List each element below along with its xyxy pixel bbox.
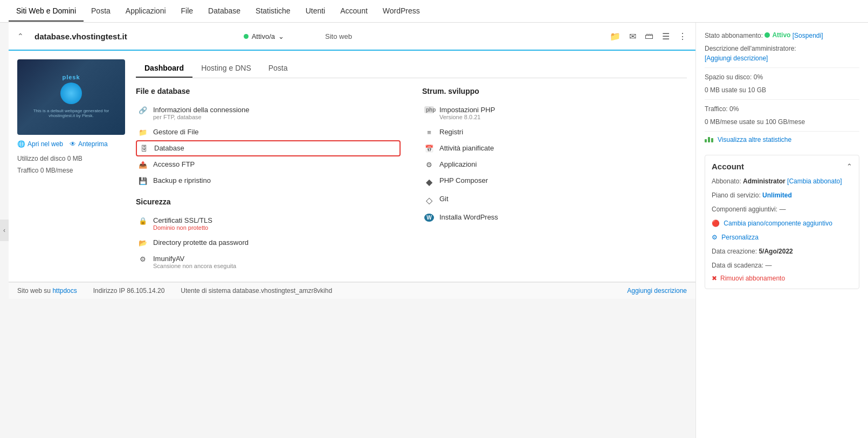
item-imunify[interactable]: ⚙ ImunifyAV Scansione non ancora eseguit… — [136, 251, 401, 273]
item-attivita[interactable]: 📅 Attività pianificate — [422, 140, 687, 156]
site-label: Sito web — [325, 32, 352, 40]
nav-posta[interactable]: Posta — [84, 1, 118, 22]
item-git[interactable]: ◇ Git — [422, 191, 687, 209]
status-label: Attivo/a — [252, 32, 275, 40]
domain-status[interactable]: Attivo/a ⌄ — [244, 32, 284, 40]
preview-section: plesk This is a default webpage generate… — [17, 59, 125, 273]
open-web-link[interactable]: 🌐 Apri nel web — [17, 140, 63, 148]
rimuovi-abbonamento[interactable]: ✖ Rimuovi abbonamento — [712, 275, 852, 282]
account-title: Account — [712, 162, 744, 171]
composer-icon: ◆ — [424, 177, 434, 187]
componenti-row: Componenti aggiuntivi: — — [712, 204, 852, 214]
httpdocs-link[interactable]: httpdocs — [52, 287, 77, 295]
item-php[interactable]: php Impostazioni PHP Versione 8.0.21 — [422, 102, 687, 124]
item-registri[interactable]: ≡ Registri — [422, 124, 687, 140]
disk-usage: Utilizzo del disco 0 MB — [17, 153, 125, 165]
item-gestore-file[interactable]: 📁 Gestore di File — [136, 124, 401, 140]
nav-siti-web[interactable]: Siti Web e Domini — [9, 1, 84, 22]
dashboard-tabs: Dashboard Hosting e DNS Posta — [136, 59, 687, 78]
domain-header: ⌃ database.vhostingtest.it Attivo/a ⌄ Si… — [9, 23, 695, 51]
aggiungi-descrizione[interactable]: Aggiungi descrizione — [627, 287, 687, 295]
sospendi-link[interactable]: [Sospendi] — [793, 32, 823, 39]
nav-wordpress[interactable]: WordPress — [375, 1, 428, 22]
piano-link[interactable]: Unlimited — [762, 191, 792, 199]
item-gestore-text: Gestore di File — [153, 128, 199, 136]
item-composer[interactable]: ◆ PHP Composer — [422, 173, 687, 191]
account-chevron[interactable]: ⌃ — [846, 162, 852, 170]
footer-user: Utente di sistema database.vhostingtest_… — [181, 287, 332, 295]
domain-body: plesk This is a default webpage generate… — [9, 51, 695, 282]
protected-folder-icon: 📂 — [138, 239, 148, 247]
tab-posta[interactable]: Posta — [260, 59, 297, 78]
cambia-piano-icon: 🔴 — [712, 220, 720, 227]
preview-circle — [60, 83, 82, 104]
top-navigation: Siti Web e Domini Posta Applicazioni Fil… — [0, 0, 868, 23]
personalizza-link[interactable]: Personalizza — [721, 234, 759, 241]
domain-title: database.vhostingtest.it — [35, 32, 127, 41]
item-database-text: Database — [154, 144, 184, 152]
item-database[interactable]: 🗄 Database — [136, 140, 401, 156]
item-ftp-text: Accesso FTP — [153, 160, 195, 168]
right-sidebar: Stato abbonamento: Attivo [Sospendi] Des… — [695, 23, 868, 438]
folder-icon[interactable]: 📁 — [610, 31, 621, 42]
more-icon[interactable]: ⋮ — [678, 31, 687, 42]
cambia-abbonato-link[interactable]: [Cambia abbonato] — [787, 177, 842, 185]
spazio-row: Spazio su disco: 0% — [705, 72, 859, 82]
nav-applicazioni[interactable]: Applicazioni — [118, 1, 174, 22]
lock-icon: 🔒 — [138, 217, 148, 225]
cambia-piano-link[interactable]: Cambia piano/componente aggiuntivo — [724, 220, 832, 227]
traffico-detail-row: 0 MB/mese usate su 100 GB/mese — [705, 117, 859, 127]
preview-thumbnail: plesk This is a default webpage generate… — [17, 59, 125, 135]
collapse-button[interactable]: ⌃ — [17, 32, 24, 40]
nav-file[interactable]: File — [174, 1, 201, 22]
visualizza-statistiche[interactable]: Visualizza altre statistiche — [705, 136, 791, 143]
item-backup[interactable]: 💾 Backup e ripristino — [136, 173, 401, 189]
item-applicazioni-text: Applicazioni — [439, 160, 477, 168]
subscription-status: Stato abbonamento: Attivo [Sospendi] — [705, 31, 859, 39]
folder-open-icon: 📁 — [138, 128, 148, 136]
item-imunify-text: ImunifyAV Scansione non ancora eseguita — [153, 255, 236, 269]
list-icon: ≡ — [424, 128, 434, 136]
remove-icon: ✖ — [712, 275, 717, 282]
sidebar-toggle[interactable]: ‹ — [0, 220, 9, 241]
nav-database[interactable]: Database — [201, 1, 248, 22]
item-php-text: Impostazioni PHP Versione 8.0.21 — [439, 106, 495, 120]
backup-icon: 💾 — [138, 177, 148, 185]
sviluppo-title: Strum. sviluppo — [422, 87, 687, 95]
preview-link[interactable]: 👁 Anteprima — [70, 140, 108, 148]
globe-icon: 🌐 — [17, 140, 25, 148]
sicurezza-title: Sicurezza — [136, 197, 401, 206]
status-chevron: ⌄ — [278, 32, 284, 40]
database-icon[interactable]: 🗃 — [645, 31, 653, 41]
file-database-title: File e database — [136, 87, 401, 95]
settings-icon[interactable]: ☰ — [662, 31, 670, 42]
shield-gear-icon: ⚙ — [138, 255, 148, 263]
nav-account[interactable]: Account — [333, 1, 375, 22]
item-ssl[interactable]: 🔒 Certificati SSL/TLS Dominio non protet… — [136, 213, 401, 235]
mail-icon[interactable]: ✉ — [629, 31, 636, 42]
status-dot — [244, 34, 249, 39]
nav-utenti[interactable]: Utenti — [298, 1, 333, 22]
tab-hosting-dns[interactable]: Hosting e DNS — [192, 59, 260, 78]
main-layout: ‹ ⌃ database.vhostingtest.it Attivo/a ⌄ … — [0, 23, 868, 438]
piano-row: Piano di servizio: Unlimited — [712, 190, 852, 200]
nav-statistiche[interactable]: Statistiche — [248, 1, 298, 22]
git-icon: ◇ — [424, 195, 434, 206]
tab-dashboard[interactable]: Dashboard — [136, 59, 192, 78]
domain-action-icons: 📁 ✉ 🗃 ☰ ⋮ — [610, 31, 687, 42]
item-connessione[interactable]: 🔗 Informazioni della connessione per FTP… — [136, 102, 401, 124]
item-applicazioni[interactable]: ⚙ Applicazioni — [422, 156, 687, 173]
aggiungi-descrizione-link[interactable]: [Aggiungi descrizione] — [705, 54, 768, 62]
calendar-icon: 📅 — [424, 145, 434, 153]
app-icon: ⚙ — [424, 161, 434, 169]
disk-info: Utilizzo del disco 0 MB Traffico 0 MB/me… — [17, 153, 125, 176]
account-section: Account ⌃ Abbonato: Administrator [Cambi… — [705, 155, 859, 289]
traffic-info: Traffico 0 MB/mese — [17, 165, 125, 177]
item-wordpress[interactable]: W Installa WordPress — [422, 209, 687, 225]
item-ssl-text: Certificati SSL/TLS Dominio non protetto — [153, 216, 212, 231]
abbonato-row: Abbonato: Administrator [Cambia abbonato… — [712, 176, 852, 186]
domain-footer: Sito web su httpdocs Indirizzo IP 86.105… — [9, 282, 695, 299]
item-directory[interactable]: 📂 Directory protette da password — [136, 235, 401, 251]
item-ftp[interactable]: 📤 Accesso FTP — [136, 156, 401, 173]
link-icon: 🔗 — [138, 106, 148, 114]
